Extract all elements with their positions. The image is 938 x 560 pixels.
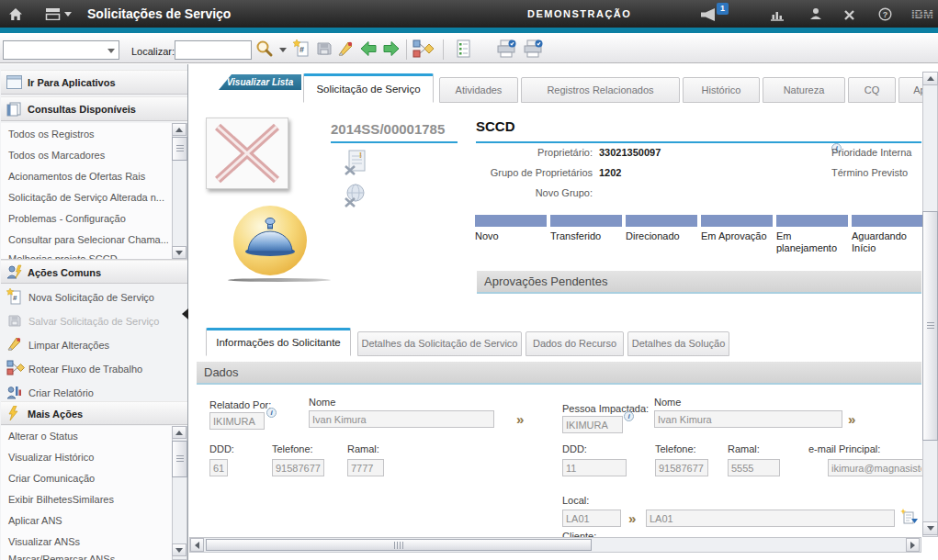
query-item[interactable]: Consultar para Selecionar Chama... bbox=[1, 234, 168, 245]
affected-person-field[interactable] bbox=[562, 416, 623, 433]
scrollbar-thumb[interactable] bbox=[206, 539, 592, 551]
bell-shadow bbox=[228, 278, 331, 282]
info-icon[interactable]: i bbox=[266, 408, 277, 418]
app-switcher-caret-icon[interactable] bbox=[64, 12, 72, 17]
help-icon[interactable]: ? bbox=[878, 7, 892, 25]
sidebar-more-actions-header[interactable]: Mais Ações bbox=[1, 401, 187, 425]
new-record-icon[interactable]: # bbox=[292, 39, 312, 60]
scroll-down-button[interactable] bbox=[172, 246, 186, 259]
location-description-field[interactable] bbox=[646, 510, 895, 527]
location-field[interactable] bbox=[562, 510, 621, 527]
reported-by-field[interactable] bbox=[209, 412, 265, 430]
more-action-item[interactable]: Aplicar ANS bbox=[1, 515, 168, 526]
phone-label: Telefone: bbox=[655, 443, 696, 454]
query-item[interactable]: Problemas - Configuração bbox=[1, 213, 168, 224]
more-action-item[interactable]: Exibir BilhetesSimilares bbox=[1, 494, 168, 505]
tab-nature[interactable]: Natureza bbox=[763, 77, 845, 103]
scroll-up-button[interactable] bbox=[172, 426, 186, 439]
print-with-attachments-icon[interactable] bbox=[523, 39, 545, 60]
go-to-detail-chevron-icon[interactable]: » bbox=[516, 413, 524, 426]
detail-menu-icon[interactable] bbox=[900, 509, 919, 529]
action-clear-changes[interactable]: Limpar Alterações bbox=[1, 334, 172, 356]
announcements-icon[interactable] bbox=[700, 8, 717, 25]
ibm-logo: IBM bbox=[911, 7, 938, 25]
query-select[interactable] bbox=[3, 40, 119, 60]
record-image-placeholder[interactable] bbox=[206, 118, 288, 189]
action-new-sr[interactable]: # Nova Solicitação de Serviço bbox=[1, 286, 172, 308]
view-list-tab[interactable]: Visualizar Lista bbox=[219, 74, 301, 90]
email-field[interactable] bbox=[828, 459, 925, 476]
sidebar-queries-header[interactable]: Consultas Disponíveis bbox=[1, 96, 187, 121]
action-route-workflow[interactable]: Rotear Fluxo de Trabalho bbox=[1, 358, 172, 380]
broken-image-x-icon bbox=[209, 120, 286, 186]
tab-related-records[interactable]: Registros Relacionados bbox=[521, 77, 680, 103]
subtab-requester-info[interactable]: Informações do Solicitante bbox=[206, 328, 351, 356]
sign-out-icon[interactable] bbox=[843, 8, 855, 25]
subtab-resource-data[interactable]: Dados do Recurso bbox=[526, 331, 624, 356]
triangle-left-icon bbox=[195, 542, 199, 549]
find-input[interactable] bbox=[175, 40, 252, 60]
query-item[interactable]: Melhorias projeto SCCD bbox=[1, 253, 168, 260]
more-action-item[interactable]: Marcar/Remarcar ANSs bbox=[1, 554, 168, 560]
queries-list: Todos os Registros Todos os Marcadores A… bbox=[1, 123, 187, 260]
new-group-label: Novo Grupo: bbox=[459, 187, 593, 198]
tab-activities[interactable]: Atividades bbox=[439, 77, 518, 103]
affected-ext-field[interactable] bbox=[728, 459, 780, 476]
go-to-detail-chevron-icon[interactable]: » bbox=[848, 413, 855, 426]
internal-priority-label: Prioridade Interna bbox=[831, 147, 921, 158]
tab-history[interactable]: Histórico bbox=[683, 77, 760, 103]
reported-ext-field[interactable] bbox=[347, 459, 384, 476]
reported-name-field[interactable] bbox=[309, 410, 494, 428]
scroll-up-button[interactable] bbox=[922, 72, 938, 85]
search-icon[interactable] bbox=[255, 39, 276, 60]
more-action-item[interactable]: Visualizar Histórico bbox=[1, 452, 168, 463]
sidebar-common-actions-header[interactable]: Ações Comuns bbox=[1, 260, 187, 284]
reports-chart-icon[interactable] bbox=[770, 8, 785, 25]
affected-name-field[interactable] bbox=[654, 410, 842, 428]
scroll-down-button[interactable] bbox=[172, 543, 186, 556]
reported-phone-field[interactable] bbox=[272, 459, 324, 476]
affected-phone-field[interactable] bbox=[655, 459, 708, 476]
triangle-down-icon bbox=[175, 548, 183, 553]
next-record-icon[interactable] bbox=[382, 39, 402, 60]
tab-service-request[interactable]: Solicitação de Serviço bbox=[303, 73, 434, 103]
more-action-item[interactable]: Criar Comunicação bbox=[1, 473, 168, 484]
svg-text:#: # bbox=[299, 45, 304, 54]
scroll-down-button[interactable] bbox=[922, 521, 938, 535]
affected-name-label: Nome bbox=[654, 397, 681, 408]
run-reports-icon[interactable] bbox=[454, 39, 474, 60]
scroll-left-button[interactable] bbox=[190, 538, 204, 552]
scrollbar-thumb[interactable] bbox=[172, 441, 187, 477]
search-options-caret-icon[interactable] bbox=[279, 48, 287, 52]
print-icon[interactable] bbox=[496, 39, 518, 60]
subtab-solution-details[interactable]: Detalhes da Solução bbox=[627, 331, 729, 356]
info-icon[interactable]: i bbox=[624, 411, 634, 421]
scrollbar-thumb[interactable] bbox=[172, 137, 187, 161]
more-action-item[interactable]: Alterar o Status bbox=[1, 431, 168, 442]
action-save-sr: Salvar Solicitação de Serviço bbox=[1, 310, 172, 332]
tab-cq[interactable]: CQ bbox=[848, 77, 896, 103]
go-to-detail-chevron-icon[interactable]: » bbox=[628, 512, 636, 525]
query-item[interactable]: Acionamentos de Ofertas Rais bbox=[1, 171, 168, 182]
home-icon[interactable] bbox=[8, 7, 23, 25]
new-record-icon: # bbox=[6, 288, 24, 309]
workflow-icon[interactable] bbox=[412, 39, 436, 60]
query-item[interactable]: Todos os Marcadores bbox=[1, 150, 168, 161]
notification-badge: 1 bbox=[717, 3, 729, 15]
scrollbar-thumb[interactable] bbox=[922, 211, 938, 441]
affected-ddd-field[interactable] bbox=[562, 459, 627, 476]
scroll-up-button[interactable] bbox=[172, 123, 186, 136]
sidebar-goto-header[interactable]: Ir Para Aplicativos bbox=[1, 70, 187, 95]
subtab-sr-details[interactable]: Detalhes da Solicitação de Servico bbox=[357, 331, 522, 356]
app-switcher-icon[interactable] bbox=[45, 7, 61, 24]
status-label: Em Aprovação bbox=[701, 230, 774, 242]
profile-icon[interactable] bbox=[809, 7, 822, 24]
more-action-item[interactable]: Visualizar ANSs bbox=[1, 536, 168, 547]
query-item[interactable]: Solicitação de Serviço Alterada n... bbox=[1, 192, 168, 203]
scroll-right-button[interactable] bbox=[906, 538, 920, 552]
reported-ddd-field[interactable] bbox=[209, 459, 228, 476]
query-item[interactable]: Todos os Registros bbox=[1, 129, 168, 140]
clear-changes-icon[interactable] bbox=[336, 39, 356, 60]
previous-record-icon[interactable] bbox=[359, 39, 379, 60]
sidebar-collapse-arrow-icon[interactable] bbox=[182, 308, 188, 319]
